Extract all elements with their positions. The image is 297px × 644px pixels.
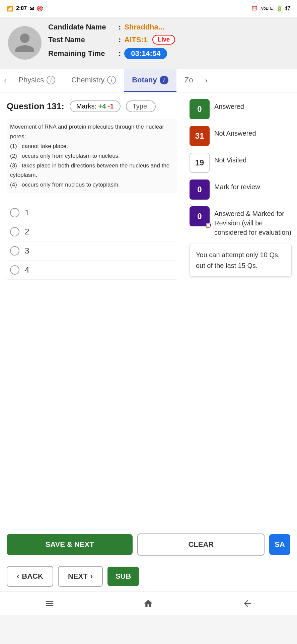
next-arrow-icon: › [90,572,93,581]
test-row: Test Name : AITS:1 Live [48,35,289,45]
menu-button[interactable] [41,595,58,612]
stat-answered-marked-row: 0 Answered & Marked for Revision (will b… [190,206,292,237]
alarm-icon: ⏰ [251,5,258,12]
radio-2[interactable] [10,227,19,236]
option-4-label: 4 [25,265,29,275]
option-1[interactable]: 1 [7,203,177,222]
answered-marked-count: 0 [197,212,202,221]
action-bar: SAVE & NEXT CLEAR SA [0,528,297,561]
tab-chemistry-label: Chemistry [71,76,104,84]
tab-physics[interactable]: Physics i [10,69,63,92]
nav-bar: ‹ BACK NEXT › SUB [0,561,297,591]
options-list: 1 2 3 4 [7,203,177,280]
test-value: AITS:1 [124,35,148,44]
option-2-label: 2 [25,227,29,236]
stat-mark-review-row: 0 Mark for review [190,180,292,200]
mark-review-count: 0 [197,185,202,194]
not-visited-badge: 19 [190,153,210,173]
vol-icon: VoLTE [261,6,273,11]
save-blue-button[interactable]: SA [269,534,290,555]
not-answered-label: Not Answered [214,126,256,138]
not-visited-count: 19 [195,158,204,167]
question-header: Question 131: Marks: +4 -1 Type: [7,100,177,112]
option-2[interactable]: 2 [7,222,177,241]
answered-label: Answered [214,99,244,111]
answered-marked-badge: 0 [190,206,210,226]
status-right: ⏰ VoLTE 🔋 47 [251,5,290,12]
answered-count: 0 [197,104,202,114]
candidate-label: Candidate Name [48,23,115,31]
marks-label: Marks: [76,102,96,110]
type-label: Type: [133,102,149,110]
candidate-value: Shraddha... [124,23,164,31]
radio-3[interactable] [10,246,19,256]
back-arrow-icon: ‹ [17,572,19,581]
back-nav-button[interactable] [239,595,256,612]
physics-info-icon[interactable]: i [47,76,55,84]
avatar [8,26,42,60]
botany-info-icon[interactable]: i [160,76,168,84]
status-left: 📶 2:07 ✉ 🎯 [7,5,43,12]
tab-physics-label: Physics [18,76,44,84]
next-label: NEXT [68,572,88,581]
answered-badge: 0 [190,99,210,119]
next-button[interactable]: NEXT › [58,566,103,587]
option-3[interactable]: 3 [7,241,177,261]
subject-tabs: ‹ Physics i Chemistry i Botany i Zo › [0,69,297,92]
status-bar: 📶 2:07 ✉ 🎯 ⏰ VoLTE 🔋 47 [0,0,297,17]
marks-positive: +4 [98,102,106,110]
question-panel: Question 131: Marks: +4 -1 Type: Movemen… [0,92,184,528]
tab-zoology-label: Zo [184,76,193,84]
tab-chemistry[interactable]: Chemistry i [63,69,124,92]
tab-prev-btn[interactable]: ‹ [0,69,10,92]
stats-panel: 0 Answered 31 Not Answered 19 Not Visite… [184,92,297,528]
stat-not-answered-row: 31 Not Answered [190,126,292,146]
mail-icon: ✉ [29,5,34,12]
option-1-label: 1 [25,208,29,217]
stat-answered-row: 0 Answered [190,99,292,119]
live-badge: Live [152,35,175,45]
mark-review-label: Mark for review [214,180,260,192]
candidate-info: Candidate Name : Shraddha... Test Name :… [48,23,289,63]
main-content: Question 131: Marks: +4 -1 Type: Movemen… [0,92,297,528]
battery-icon: 🔋 47 [276,5,290,12]
stat-not-visited-row: 19 Not Visited [190,153,292,173]
chemistry-info-icon[interactable]: i [107,76,116,84]
option-4[interactable]: 4 [7,261,177,280]
signal-icon: 📶 [7,5,13,12]
back-button[interactable]: ‹ BACK [7,566,53,587]
save-next-button[interactable]: SAVE & NEXT [7,534,133,555]
radio-4[interactable] [10,265,19,275]
radio-1[interactable] [10,208,19,217]
answered-marked-label: Answered & Marked for Revision (will be … [214,206,292,237]
marks-badge: Marks: +4 -1 [70,100,121,112]
option-3-label: 3 [25,246,29,256]
marks-negative: -1 [108,102,114,110]
tab-botany-label: Botany [132,76,157,84]
mark-review-badge: 0 [190,180,210,200]
timer-badge: 03:14:54 [124,48,167,59]
submit-button[interactable]: SUB [107,567,139,586]
header: Candidate Name : Shraddha... Test Name :… [0,17,297,69]
home-button[interactable] [140,595,157,612]
test-label: Test Name [48,35,115,44]
not-visited-label: Not Visited [214,153,246,165]
time-row: Remaining Time : 03:14:54 [48,48,289,59]
tab-botany[interactable]: Botany i [124,69,176,92]
tab-next-btn[interactable]: › [201,69,211,92]
status-time: 2:07 [16,5,27,11]
type-badge: Type: [126,100,156,112]
app-icon: 🎯 [36,5,43,12]
not-answered-count: 31 [195,131,204,141]
question-title: Question 131: [7,101,64,112]
candidate-row: Candidate Name : Shraddha... [48,23,289,31]
attempt-info-text: You can attempt only 10 Qs. out of the l… [196,251,280,269]
tab-zoology[interactable]: Zo [176,69,201,92]
android-nav [0,591,297,615]
attempt-info-box: You can attempt only 10 Qs. out of the l… [190,244,292,277]
clear-button[interactable]: CLEAR [137,533,265,556]
not-answered-badge: 31 [190,126,210,146]
question-text: Movement of RNA and protein molecules th… [7,119,177,193]
back-label: BACK [22,572,43,581]
time-label: Remaining Time [48,49,115,58]
